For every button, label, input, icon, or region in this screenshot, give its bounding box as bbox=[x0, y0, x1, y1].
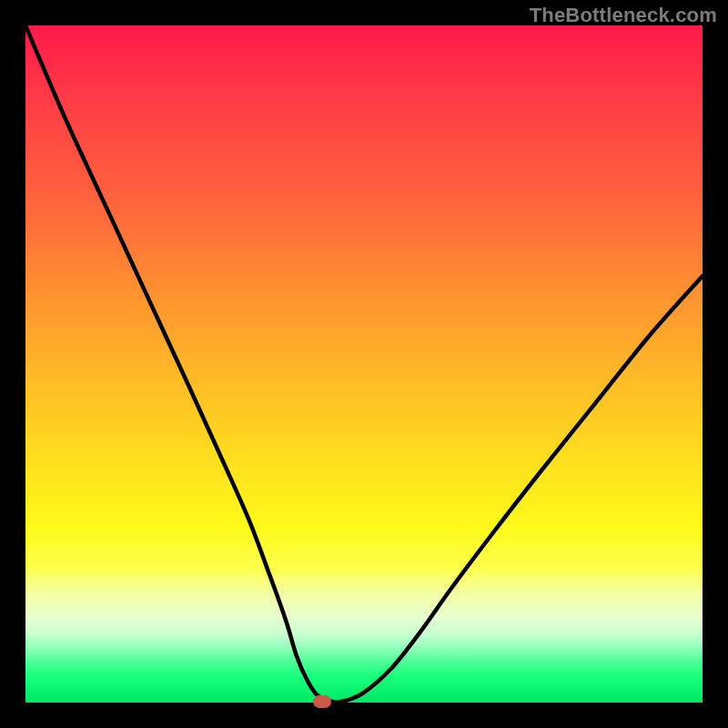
bottleneck-curve bbox=[25, 25, 703, 703]
watermark-text: TheBottleneck.com bbox=[530, 4, 717, 27]
chart-frame: TheBottleneck.com bbox=[0, 0, 728, 728]
optimum-marker bbox=[313, 695, 331, 708]
plot-area bbox=[25, 25, 703, 703]
